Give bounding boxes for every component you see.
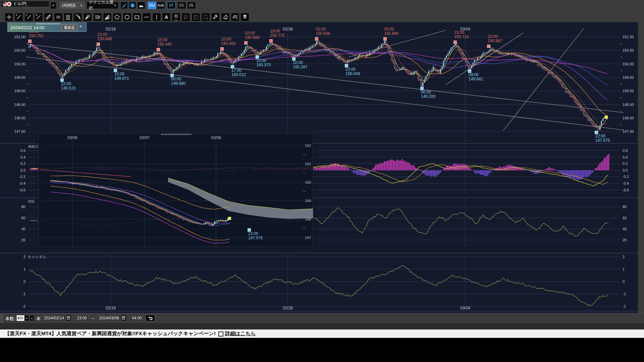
date-axis-label: 02/19 [106, 27, 116, 32]
bar-info-panel[interactable]: 2024/02/21 14:00 最新足 × [7, 22, 87, 32]
tool-icon-stamp-button[interactable]: icon [172, 13, 180, 21]
tool-magnet-button[interactable] [240, 13, 249, 21]
macd-axis-label-left: 0.4 [12, 155, 25, 159]
to-date-calendar-button[interactable] [120, 315, 126, 321]
inset-drag-handle-dots[interactable] [161, 134, 191, 135]
bid-button[interactable]: Bid [148, 2, 156, 9]
rsi-axis-label-right: 40 [623, 227, 627, 231]
horizontal-line-icon [144, 14, 150, 20]
inset-chart-window[interactable]: 22:00147.575 03/0603/0703/08152151150149… [38, 133, 313, 247]
to-time-field[interactable]: 04:00 [130, 315, 144, 321]
count-up-button[interactable]: ▲ [30, 315, 34, 321]
area-chart-button[interactable] [137, 2, 145, 9]
tool-time-zones-button[interactable] [93, 13, 102, 21]
macd-axis-label-right: 0.0 [623, 168, 628, 172]
campaign-banner[interactable]: 【楽天FX・楽天MT4】人気通貨ペア・新興国通貨が対象!!FXキャッシュバックキ… [0, 329, 644, 338]
info-button[interactable]: i [129, 2, 136, 9]
price-axis-label-left: 147.50 [12, 129, 25, 133]
momentum-axis-label-right: 1 [623, 267, 625, 271]
price-axis-label-right: 149.00 [623, 89, 634, 93]
zoom-out-icon [179, 3, 185, 8]
price-axis-label-left: 150.00 [12, 62, 25, 66]
price-axis-label-left: 148.00 [12, 116, 25, 120]
tool-fan-lines-button[interactable] [83, 13, 92, 21]
macd-axis-label-left: 0.2 [12, 162, 25, 166]
tool-vertical-line-button[interactable] [152, 13, 161, 21]
close-icon[interactable]: × [79, 24, 82, 29]
macd-axis-label-left: -0.2 [12, 175, 25, 179]
tool-parallel-lines-4-button[interactable] [64, 13, 72, 21]
macd-axis-label-right: 0.6 [623, 148, 628, 153]
tool-crosshair-button[interactable] [5, 13, 13, 21]
range-tilde: ~ [92, 316, 94, 321]
tool-rectangle-button[interactable] [132, 13, 141, 21]
inset-price-label: 151 [305, 162, 311, 166]
tool-pentagon-button[interactable] [113, 13, 121, 21]
history-icon [183, 14, 189, 20]
inset-price-label: 148 [305, 217, 311, 221]
count-down-button[interactable]: ▼ [24, 315, 29, 321]
banner-detail-link[interactable]: 詳細はこちら [225, 330, 256, 337]
rsi-axis-label-left: 80 [12, 205, 25, 209]
inset-date-label: 03/07 [140, 135, 150, 140]
from-date-field[interactable]: 2024/02/14 [43, 315, 65, 321]
tool-paste-button[interactable] [201, 13, 210, 21]
fibonacci-arcs-icon [75, 14, 81, 20]
info-icon: i [130, 3, 135, 8]
tool-settings-button[interactable] [231, 13, 239, 21]
rsi-axis-label-right: 20 [623, 238, 627, 242]
resize-grip[interactable] [0, 314, 3, 323]
pair-dropdown-button[interactable]: ▼ [50, 2, 56, 9]
tool-copy-button[interactable] [192, 13, 200, 21]
svg-text:A: A [165, 14, 168, 20]
price-axis-label-right: 148.50 [623, 103, 634, 107]
macd-axis-label-right: -0.4 [623, 181, 629, 185]
from-time-field[interactable]: 23:00 [75, 315, 89, 321]
timeframe-label: 1時間足 [62, 3, 76, 8]
tool-eraser-button[interactable] [221, 13, 230, 21]
tool-fibonacci-arcs-button[interactable] [73, 13, 82, 21]
settings-icon [232, 14, 238, 20]
tool-trendline-2-button[interactable]: 2 [24, 13, 33, 21]
tool-trendline-3-button[interactable]: 3 [34, 13, 43, 21]
date-axis-label-bottom: 03/04 [460, 306, 470, 310]
macd-axis-label-right: -0.2 [623, 175, 629, 179]
ask-button[interactable]: Ask [156, 2, 165, 9]
price-axis-label-right: 147.50 [623, 129, 634, 133]
undo-arrow-icon [148, 316, 153, 320]
draw-pencil-button[interactable] [120, 2, 128, 9]
inset-price-label: 149 [305, 199, 311, 203]
price-axis-label-right: 150.50 [623, 48, 634, 52]
tool-ellipse-button[interactable] [123, 13, 131, 21]
tool-history-button[interactable] [181, 13, 190, 21]
tool-gann-fan-button[interactable] [103, 13, 112, 21]
tool-badge: 1 [16, 13, 17, 16]
magnet-icon [242, 14, 248, 20]
zoom-in-button[interactable] [187, 2, 196, 9]
lower-divider-strip [0, 323, 644, 329]
tool-parallel-lines-2-button[interactable] [54, 13, 63, 21]
popup-window-icon [218, 331, 223, 337]
from-date-calendar-button[interactable] [65, 315, 71, 321]
inset-chart-canvas[interactable] [39, 133, 313, 247]
latest-bar-button[interactable]: 最新足 [61, 24, 77, 31]
tool-text-button[interactable]: A [162, 13, 171, 21]
bar-count-input[interactable] [16, 315, 24, 321]
currency-pair-selector[interactable]: ドル/円 [0, 0, 50, 8]
technical-label: テクニカル選択 [89, 0, 114, 11]
technical-select-dropdown[interactable]: テクニカル選択▼ [87, 2, 119, 9]
momentum-axis-label-left: 1 [12, 267, 25, 271]
drag-handle-dots[interactable] [36, 23, 60, 24]
macd-axis-label-left: 0.0 [12, 168, 25, 172]
zoom-out-button[interactable] [177, 2, 186, 9]
reload-range-button[interactable] [146, 315, 155, 321]
tool-horizontal-line-button[interactable] [142, 13, 151, 21]
timeframe-dropdown[interactable]: 1時間足▼ [59, 2, 85, 9]
tool-wrench-button[interactable] [211, 13, 220, 21]
mountain-icon [139, 3, 144, 8]
candle-chart-button[interactable] [167, 2, 176, 9]
tool-trendline-1-button[interactable]: 1 [14, 13, 23, 21]
tool-ruler-button[interactable] [44, 13, 53, 21]
to-date-field[interactable]: 2024/03/08 [98, 315, 120, 321]
inset-price-label: 150 [305, 180, 311, 184]
